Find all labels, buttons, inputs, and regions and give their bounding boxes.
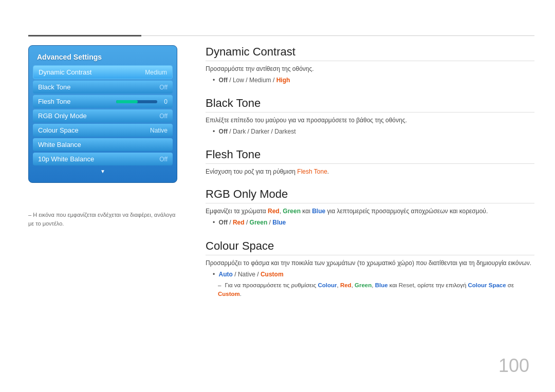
section-options-black-tone: • Off / Dark / Darker / Darkest [213,127,534,137]
menu-label-black-tone: Black Tone [38,83,70,91]
bullet-cs: • [213,271,215,278]
section-title-rgb-only: RGB Only Mode [206,188,534,203]
opt-bt-darkest: Darkest [274,128,295,135]
menu-value-colour-space: Native [150,127,168,134]
sep-dc-3: / [273,77,276,84]
menu-item-dynamic-contrast[interactable]: Dynamic Contrast Medium [33,65,173,79]
menu-item-10p-white-balance[interactable]: 10p White Balance Off [33,153,173,165]
subnote-custom: Custom [218,291,240,297]
subnote-colour: Colour [318,282,337,288]
menu-label-10p-white-balance: 10p White Balance [38,155,94,163]
opt-bt-off: Off [219,128,228,135]
section-desc-dynamic-contrast: Προσαρμόστε την αντίθεση της οθόνης. [206,64,534,73]
sep-dc-1: / [229,77,233,84]
menu-label-white-balance: White Balance [38,141,81,148]
sep-rgb-1: / [229,219,233,226]
subnote-green: Green [355,282,372,288]
sep-cs-1: / [234,271,238,278]
sep-rgb-2: / [246,219,250,226]
opt-cs-native: Native [238,271,255,278]
subnote-red: Red [340,282,351,288]
section-subnote-colour-space: – Για να προσαρμόσετε τις ρυθμίσεις Colo… [218,281,534,299]
section-rgb-only: RGB Only Mode Εμφανίζει τα χρώματα Red, … [206,188,534,228]
section-options-colour-space: • Auto / Native / Custom [213,270,534,279]
menu-value-black-tone: Off [159,84,168,91]
section-title-flesh-tone: Flesh Tone [206,148,534,164]
subnote-colour-space: Colour Space [468,282,506,288]
menu-label-flesh-tone: Flesh Tone [38,98,70,105]
menu-value-rgb-only: Off [159,113,168,120]
menu-item-flesh-tone[interactable]: Flesh Tone 0 [33,95,173,108]
menu-item-white-balance[interactable]: White Balance [33,138,173,151]
section-black-tone: Black Tone Επιλέξτε επίπεδο του μαύρου γ… [206,97,534,137]
opt-rgb-red: Red [233,219,245,226]
flesh-slider: 0 [116,98,168,105]
top-line-dark [28,35,141,36]
section-desc-black-tone: Επιλέξτε επίπεδο του μαύρου για να προσα… [206,116,534,125]
section-colour-space: Colour Space Προσαρμόζει το φάσμα και τη… [206,239,534,299]
opt-dc-low: Low [233,77,244,84]
section-dynamic-contrast: Dynamic Contrast Προσαρμόστε την αντίθεσ… [206,45,534,85]
menu-value-dynamic-contrast: Medium [145,69,167,76]
slider-value: 0 [160,98,168,105]
section-flesh-tone: Flesh Tone Ενίσχυση του ροζ για τη ρύθμι… [206,148,534,176]
bullet-bt: • [213,128,215,135]
section-desc-flesh-tone: Ενίσχυση του ροζ για τη ρύθμιση Flesh To… [206,167,534,176]
subnote-reset: Reset [399,282,414,288]
slider-fill [116,100,138,103]
flesh-tone-highlight: Flesh Tone [297,168,327,175]
advanced-settings-box: Advanced Settings Dynamic Contrast Mediu… [28,45,177,183]
rgb-green-label: Green [283,208,301,215]
subnote-blue: Blue [375,282,388,288]
opt-dc-medium: Medium [249,77,271,84]
opt-cs-auto: Auto [219,271,233,278]
sep-cs-2: / [257,271,261,278]
opt-dc-off: Off [219,77,228,84]
section-desc-colour-space: Προσαρμόζει το φάσμα και την ποικιλία τω… [206,258,534,268]
opt-bt-darker: Darker [251,128,269,135]
rgb-blue-label: Blue [312,208,325,215]
bullet-dc: • [213,77,215,84]
left-panel: Advanced Settings Dynamic Contrast Mediu… [28,45,177,183]
menu-label-dynamic-contrast: Dynamic Contrast [39,68,91,76]
opt-dc-high: High [276,77,290,84]
advanced-settings-title: Advanced Settings [33,51,173,65]
menu-item-black-tone[interactable]: Black Tone Off [33,81,173,94]
menu-label-rgb-only: RGB Only Mode [38,112,87,120]
subnote-dash: – [218,282,221,288]
menu-item-rgb-only[interactable]: RGB Only Mode Off [33,109,173,122]
sep-bt-1: / [229,128,233,135]
section-desc-rgb-only: Εμφανίζει τα χρώματα Red, Green και Blue… [206,207,534,216]
section-title-black-tone: Black Tone [206,97,534,113]
sidebar-bottom-note: – Η εικόνα που εμφανίζεται ενδέχεται να … [28,211,177,228]
menu-label-colour-space: Colour Space [38,126,79,134]
top-line-light [141,35,534,36]
page-number: 100 [498,355,529,377]
opt-rgb-blue: Blue [272,219,286,226]
rgb-red-label: Red [268,208,280,215]
section-options-dynamic-contrast: • Off / Low / Medium / High [213,76,534,85]
top-decorative-lines [0,35,555,36]
menu-item-colour-space[interactable]: Colour Space Native [33,124,173,137]
opt-rgb-green: Green [250,219,268,226]
opt-bt-dark: Dark [233,128,246,135]
section-title-dynamic-contrast: Dynamic Contrast [206,45,534,61]
scroll-arrow[interactable]: ▼ [33,169,173,174]
opt-cs-custom: Custom [261,271,284,278]
bullet-rgb: • [213,219,215,226]
menu-value-10p-white-balance: Off [159,156,168,163]
section-title-colour-space: Colour Space [206,239,534,255]
section-options-rgb: • Off / Red / Green / Blue [213,218,534,228]
right-content: Dynamic Contrast Προσαρμόστε την αντίθεσ… [206,45,534,310]
sep-dc-2: / [246,77,249,84]
opt-rgb-off: Off [219,219,228,226]
slider-track[interactable] [116,100,157,103]
